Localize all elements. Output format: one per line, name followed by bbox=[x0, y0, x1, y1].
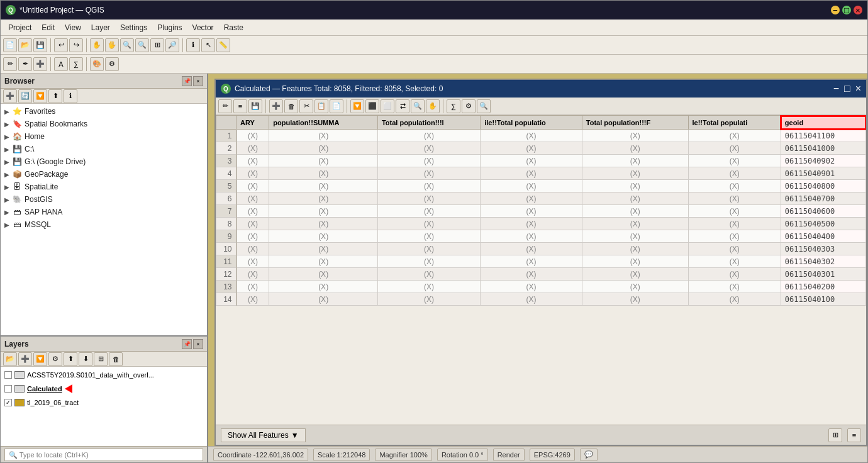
zoom-layer-button[interactable]: 🔎 bbox=[165, 38, 179, 52]
tree-item-sap-hana[interactable]: ▶ 🗃 SAP HANA bbox=[1, 206, 207, 218]
map-area[interactable]: Q Calculated — Features Total: 8058, Fil… bbox=[208, 74, 867, 446]
browser-filter-button[interactable]: 🔽 bbox=[33, 89, 47, 103]
layer-item-tl2019[interactable]: ✓ tl_2019_06_tract bbox=[1, 396, 207, 410]
table-row[interactable]: 7(X)(X)(X)(X)(X)(X)06115040600 bbox=[216, 205, 866, 218]
tree-item-bookmarks[interactable]: ▶ 🔖 Spatial Bookmarks bbox=[1, 118, 207, 130]
attr-multiline-button[interactable]: ≡ bbox=[233, 99, 247, 113]
tree-item-favorites[interactable]: ▶ ⭐ Favorites bbox=[1, 105, 207, 118]
attr-invert-sel-button[interactable]: ⇄ bbox=[396, 99, 409, 113]
layers-open-button[interactable]: 📂 bbox=[3, 352, 17, 366]
label-button[interactable]: A bbox=[54, 57, 68, 71]
table-row[interactable]: 14(X)(X)(X)(X)(X)(X)06115040100 bbox=[216, 293, 866, 306]
table-layout-button-2[interactable]: ≡ bbox=[847, 428, 861, 442]
layers-expand-button[interactable]: ⊞ bbox=[94, 352, 108, 366]
tree-item-google-drive[interactable]: ▶ 💾 G:\ (Google Drive) bbox=[1, 155, 207, 168]
table-row[interactable]: 1(X)(X)(X)(X)(X)(X)06115041100 bbox=[216, 130, 866, 142]
redo-button[interactable]: ↪ bbox=[69, 38, 83, 52]
browser-refresh-button[interactable]: 🔄 bbox=[18, 89, 32, 103]
pan-map-button[interactable]: 🖐 bbox=[105, 38, 119, 52]
table-row[interactable]: 2(X)(X)(X)(X)(X)(X)06115041000 bbox=[216, 142, 866, 155]
tree-item-home[interactable]: ▶ 🏠 Home bbox=[1, 130, 207, 143]
attr-close-button[interactable]: × bbox=[855, 83, 861, 94]
layers-close-button[interactable]: × bbox=[193, 339, 203, 349]
tree-item-postgis[interactable]: ▶ 🐘 PostGIS bbox=[1, 193, 207, 206]
menu-raster[interactable]: Raste bbox=[219, 22, 248, 33]
menu-plugins[interactable]: Plugins bbox=[152, 22, 187, 33]
attr-organize-button[interactable]: ⚙ bbox=[462, 99, 476, 113]
col-header-ary[interactable]: ARY bbox=[236, 116, 269, 130]
table-row[interactable]: 13(X)(X)(X)(X)(X)(X)06115040200 bbox=[216, 281, 866, 293]
attr-deselect-button[interactable]: ⬜ bbox=[381, 99, 394, 113]
layer-checkbox-calculated[interactable] bbox=[4, 385, 12, 393]
menu-project[interactable]: Project bbox=[3, 22, 36, 33]
undo-button[interactable]: ↩ bbox=[54, 38, 68, 52]
col-header-pop-summa[interactable]: population!!SUMMA bbox=[269, 116, 378, 130]
identify-button[interactable]: ℹ bbox=[186, 38, 200, 52]
messages-button[interactable]: 💬 bbox=[580, 449, 598, 461]
attr-select-all-button[interactable]: ⬛ bbox=[365, 99, 379, 113]
attr-pan-sel-button[interactable]: ✋ bbox=[426, 99, 440, 113]
edit-button[interactable]: ✏ bbox=[3, 57, 17, 71]
attr-zoom-sel-button[interactable]: 🔍 bbox=[411, 99, 425, 113]
table-row[interactable]: 12(X)(X)(X)(X)(X)(X)06115040301 bbox=[216, 268, 866, 281]
browser-collapse-button[interactable]: ⬆ bbox=[48, 89, 62, 103]
pan-button[interactable]: ✋ bbox=[90, 38, 104, 52]
table-row[interactable]: 5(X)(X)(X)(X)(X)(X)06115040800 bbox=[216, 180, 866, 192]
table-row[interactable]: 9(X)(X)(X)(X)(X)(X)06115040400 bbox=[216, 230, 866, 243]
zoom-in-button[interactable]: 🔍 bbox=[120, 38, 134, 52]
col-header-total-pop-2[interactable]: ile!!Total populatio bbox=[481, 116, 582, 130]
menu-layer[interactable]: Layer bbox=[86, 22, 115, 33]
attr-delete-row-button[interactable]: 🗑 bbox=[284, 99, 298, 113]
digitize-button[interactable]: ✒ bbox=[18, 57, 32, 71]
layers-filter-button[interactable]: 🔽 bbox=[33, 352, 47, 366]
col-header-total-pop-3[interactable]: Total population!!!F bbox=[582, 116, 688, 130]
attr-copy-button[interactable]: 📋 bbox=[314, 99, 328, 113]
layers-filter2-button[interactable]: ⚙ bbox=[48, 352, 62, 366]
show-all-features-button[interactable]: Show All Features ▼ bbox=[221, 428, 306, 442]
layer-checkbox-acsst[interactable] bbox=[4, 371, 12, 379]
zoom-full-button[interactable]: ⊞ bbox=[150, 38, 164, 52]
select-button[interactable]: ↖ bbox=[201, 38, 215, 52]
layer-checkbox-tl2019[interactable]: ✓ bbox=[4, 399, 12, 406]
layers-pin-button[interactable]: 📌 bbox=[182, 339, 192, 349]
zoom-out-button[interactable]: 🔍 bbox=[135, 38, 149, 52]
col-header-total-pop-1[interactable]: Total population!!!l bbox=[377, 116, 480, 130]
attr-search-button[interactable]: 🔍 bbox=[477, 99, 491, 113]
browser-pin-button[interactable]: 📌 bbox=[182, 76, 192, 86]
locate-input[interactable] bbox=[4, 449, 203, 461]
filter-button[interactable]: ⚙ bbox=[105, 57, 119, 71]
tree-item-c-drive[interactable]: ▶ 💾 C:\ bbox=[1, 143, 207, 155]
browser-close-button[interactable]: × bbox=[193, 76, 203, 86]
add-feature-button[interactable]: ➕ bbox=[33, 57, 47, 71]
save-project-button[interactable]: 💾 bbox=[33, 38, 47, 52]
table-layout-button-1[interactable]: ⊞ bbox=[828, 428, 842, 442]
layer-item-acsst[interactable]: ACSST5Y2019.S0101_data_with_overl... bbox=[1, 368, 207, 382]
style-button[interactable]: 🎨 bbox=[90, 57, 104, 71]
layers-add-button[interactable]: ➕ bbox=[18, 352, 32, 366]
close-button[interactable]: × bbox=[854, 6, 862, 14]
table-row[interactable]: 10(X)(X)(X)(X)(X)(X)06115040303 bbox=[216, 243, 866, 255]
menu-settings[interactable]: Settings bbox=[115, 22, 152, 33]
browser-info-button[interactable]: ℹ bbox=[64, 89, 77, 103]
tree-item-mssql[interactable]: ▶ 🗃 MSSQL bbox=[1, 218, 207, 231]
col-header-geoid[interactable]: geoid bbox=[781, 116, 865, 130]
field-calc-button[interactable]: ∑ bbox=[69, 57, 83, 71]
menu-view[interactable]: View bbox=[60, 22, 86, 33]
table-row[interactable]: 3(X)(X)(X)(X)(X)(X)06115040902 bbox=[216, 155, 866, 167]
tree-item-spatialite[interactable]: ▶ 🗄 SpatiaLite bbox=[1, 181, 207, 193]
layer-item-calculated[interactable]: Calculated bbox=[1, 382, 207, 396]
maximize-button[interactable]: □ bbox=[842, 6, 851, 14]
tree-item-geopackage[interactable]: ▶ 📦 GeoPackage bbox=[1, 168, 207, 181]
attr-add-row-button[interactable]: ➕ bbox=[269, 99, 283, 113]
open-project-button[interactable]: 📂 bbox=[18, 38, 32, 52]
attr-filter-button[interactable]: 🔽 bbox=[350, 99, 364, 113]
attr-minimize-button[interactable]: − bbox=[833, 83, 839, 94]
table-row[interactable]: 11(X)(X)(X)(X)(X)(X)06115040302 bbox=[216, 255, 866, 268]
attr-calc-button[interactable]: ∑ bbox=[447, 99, 460, 113]
layers-move-up-button[interactable]: ⬆ bbox=[64, 352, 77, 366]
table-row[interactable]: 6(X)(X)(X)(X)(X)(X)06115040700 bbox=[216, 192, 866, 205]
measure-button[interactable]: 📏 bbox=[216, 38, 230, 52]
menu-vector[interactable]: Vector bbox=[187, 22, 219, 33]
new-project-button[interactable]: 📄 bbox=[3, 38, 17, 52]
table-row[interactable]: 8(X)(X)(X)(X)(X)(X)06115040500 bbox=[216, 218, 866, 230]
